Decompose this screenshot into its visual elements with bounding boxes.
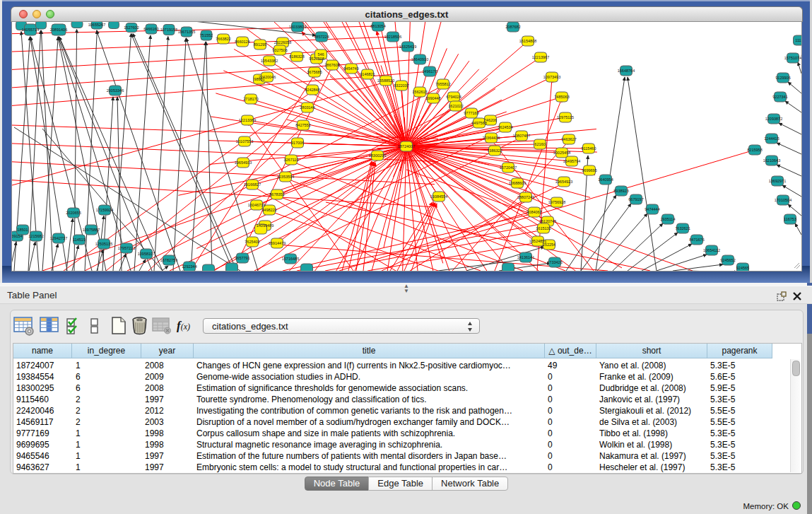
svg-text:16914479: 16914479 bbox=[269, 241, 286, 245]
svg-text:252254: 252254 bbox=[543, 243, 555, 247]
svg-text:12975115: 12975115 bbox=[557, 115, 574, 119]
svg-text:12213389: 12213389 bbox=[239, 118, 256, 122]
svg-text:16648764: 16648764 bbox=[618, 69, 635, 73]
svg-text:7857224: 7857224 bbox=[314, 35, 329, 39]
svg-text:10025458: 10025458 bbox=[553, 151, 570, 155]
svg-text:924565: 924565 bbox=[736, 266, 749, 270]
svg-text:3624534: 3624534 bbox=[498, 125, 512, 129]
svg-text:14099489: 14099489 bbox=[257, 223, 273, 228]
svg-text:6794024: 6794024 bbox=[446, 95, 461, 99]
svg-text:746206: 746206 bbox=[484, 118, 497, 122]
svg-text:62160: 62160 bbox=[534, 142, 545, 146]
svg-text:20364436: 20364436 bbox=[483, 136, 500, 140]
svg-text:8427552: 8427552 bbox=[295, 123, 310, 127]
svg-text:10654112: 10654112 bbox=[703, 248, 720, 252]
svg-text:8678352: 8678352 bbox=[269, 192, 284, 197]
svg-text:3498222: 3498222 bbox=[261, 208, 276, 212]
svg-text:14136141: 14136141 bbox=[517, 255, 534, 259]
svg-text:9242848: 9242848 bbox=[305, 88, 319, 92]
svg-text:2718170: 2718170 bbox=[243, 97, 258, 101]
svg-text:1562615: 1562615 bbox=[412, 90, 427, 94]
svg-text:8660124: 8660124 bbox=[235, 40, 249, 44]
svg-text:2935114: 2935114 bbox=[660, 217, 675, 221]
svg-text:9527508: 9527508 bbox=[309, 57, 324, 61]
svg-text:1615132: 1615132 bbox=[536, 226, 551, 230]
svg-text:10973493: 10973493 bbox=[543, 75, 560, 79]
svg-text:9657791: 9657791 bbox=[235, 256, 249, 260]
svg-text:546: 546 bbox=[317, 52, 324, 57]
svg-text:7955812: 7955812 bbox=[435, 82, 450, 86]
svg-text:16154808: 16154808 bbox=[519, 39, 536, 43]
svg-text:9227341: 9227341 bbox=[772, 95, 787, 99]
svg-text:18640910: 18640910 bbox=[411, 57, 428, 62]
svg-text:12353594: 12353594 bbox=[277, 175, 294, 179]
svg-text:22420046: 22420046 bbox=[259, 75, 276, 79]
svg-text:1292344: 1292344 bbox=[182, 264, 196, 269]
svg-text:10975887: 10975887 bbox=[83, 228, 100, 232]
svg-text:1244415: 1244415 bbox=[764, 136, 779, 141]
svg-text:16046736: 16046736 bbox=[248, 203, 265, 207]
svg-text:8215958: 8215958 bbox=[747, 148, 762, 152]
svg-text:20891406: 20891406 bbox=[50, 28, 67, 32]
svg-text:1117: 1117 bbox=[795, 38, 801, 42]
svg-text:3267110: 3267110 bbox=[283, 158, 298, 162]
svg-text:1640954: 1640954 bbox=[598, 177, 613, 182]
svg-text:18501: 18501 bbox=[17, 228, 28, 232]
svg-text:1496178: 1496178 bbox=[422, 69, 437, 74]
svg-text:16210643: 16210643 bbox=[763, 158, 780, 163]
svg-text:8322037: 8322037 bbox=[394, 83, 408, 88]
svg-text:20053346: 20053346 bbox=[107, 88, 124, 93]
svg-text:10688609: 10688609 bbox=[509, 181, 526, 185]
svg-text:19218506: 19218506 bbox=[384, 35, 401, 39]
svg-text:8454749: 8454749 bbox=[343, 66, 358, 71]
svg-text:8938923: 8938923 bbox=[613, 189, 628, 193]
svg-text:8813054: 8813054 bbox=[370, 24, 385, 28]
svg-text:19654923: 19654923 bbox=[555, 180, 572, 184]
svg-text:10958107: 10958107 bbox=[138, 252, 155, 256]
svg-text:1733426: 1733426 bbox=[547, 260, 562, 264]
svg-text:16671355: 16671355 bbox=[178, 30, 195, 34]
svg-text:7625402: 7625402 bbox=[245, 240, 259, 244]
svg-text:9115460: 9115460 bbox=[581, 146, 596, 151]
svg-text:19654933: 19654933 bbox=[235, 160, 252, 165]
svg-text:12942737: 12942737 bbox=[50, 236, 67, 240]
svg-text:19756928: 19756928 bbox=[548, 200, 565, 204]
svg-text:1990448: 1990448 bbox=[425, 96, 440, 100]
svg-text:23226058: 23226058 bbox=[274, 40, 291, 45]
svg-text:12093872: 12093872 bbox=[765, 117, 782, 121]
svg-text:10807487: 10807487 bbox=[513, 134, 530, 138]
svg-text:9777169: 9777169 bbox=[464, 111, 478, 115]
svg-text:15720407: 15720407 bbox=[500, 165, 517, 170]
svg-text:9327506: 9327506 bbox=[272, 48, 287, 52]
svg-text:9245652: 9245652 bbox=[720, 258, 735, 262]
svg-text:18807249: 18807249 bbox=[517, 195, 534, 199]
svg-text:6679197: 6679197 bbox=[628, 197, 643, 201]
svg-text:9463627: 9463627 bbox=[561, 137, 576, 141]
svg-text:8186328: 8186328 bbox=[289, 54, 304, 59]
svg-text:13325419: 13325419 bbox=[399, 45, 416, 49]
svg-text:17010504: 17010504 bbox=[775, 198, 792, 202]
svg-text:15588520: 15588520 bbox=[377, 78, 394, 83]
svg-text:8471676: 8471676 bbox=[689, 238, 704, 242]
svg-text:18300295: 18300295 bbox=[369, 153, 386, 158]
svg-text:10107553: 10107553 bbox=[236, 139, 253, 144]
svg-text:39154: 39154 bbox=[12, 234, 23, 238]
svg-text:7632621: 7632621 bbox=[675, 226, 690, 230]
svg-text:891295: 891295 bbox=[254, 42, 266, 47]
svg-text:9146821: 9146821 bbox=[360, 72, 375, 76]
svg-text:16033809: 16033809 bbox=[289, 25, 306, 29]
svg-text:2803144: 2803144 bbox=[300, 105, 314, 110]
svg-text:12213967: 12213967 bbox=[532, 55, 549, 59]
svg-text:1621022: 1621022 bbox=[448, 104, 463, 108]
svg-text:917006: 917006 bbox=[291, 141, 304, 145]
svg-text:14055714: 14055714 bbox=[22, 28, 39, 32]
svg-text:15716485: 15716485 bbox=[282, 257, 299, 261]
svg-text:1527602: 1527602 bbox=[124, 25, 139, 30]
svg-text:751552: 751552 bbox=[200, 33, 213, 37]
svg-text:16120746: 16120746 bbox=[539, 219, 556, 223]
svg-text:19166827: 19166827 bbox=[244, 182, 261, 187]
svg-text:116753: 116753 bbox=[784, 217, 796, 221]
svg-text:6466160: 6466160 bbox=[143, 27, 158, 31]
svg-text:18724007: 18724007 bbox=[398, 144, 415, 148]
svg-text:10543382: 10543382 bbox=[261, 59, 278, 63]
